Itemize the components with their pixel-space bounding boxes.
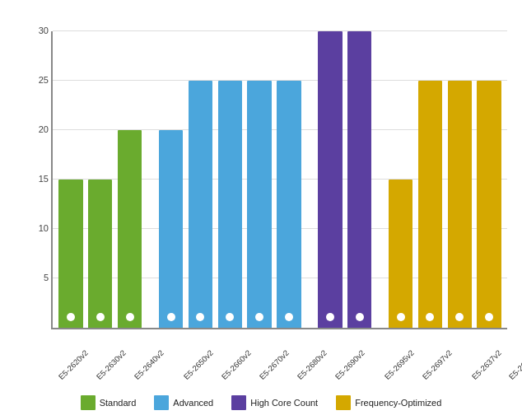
grid-label: 15: [39, 174, 53, 184]
legend-label: Standard: [100, 398, 137, 408]
bar-dot: [455, 313, 464, 321]
x-label: E5-2620v2: [57, 348, 90, 381]
legend-label: Frequency-Optimized: [355, 398, 441, 408]
chart-container: 51015202530 E5-2620v2E5-2630v2E5-2640v2E…: [0, 0, 522, 420]
bar-dot: [285, 313, 293, 321]
x-label: E5-2690v2: [333, 348, 366, 381]
x-label: E5-2630v2: [95, 348, 128, 381]
bar-standard: [58, 180, 82, 328]
legend: StandardAdvancedHigh Core CountFrequency…: [0, 395, 522, 410]
legend-item: Advanced: [154, 395, 213, 410]
x-label-gap: [165, 358, 176, 371]
bar-freqOpt: [448, 81, 472, 328]
bar-group: [156, 31, 186, 328]
chart-title: [0, 0, 522, 10]
bar-dot: [226, 313, 234, 321]
bar-group: [86, 31, 115, 328]
bar-freqOpt: [389, 180, 412, 328]
legend-label: Advanced: [173, 398, 213, 408]
x-label: E5-2650v2: [182, 348, 215, 381]
x-label: E5-2670v2: [257, 348, 290, 381]
bar-dot: [255, 313, 263, 321]
bar-dot: [326, 313, 334, 321]
bar-dot: [126, 313, 134, 321]
x-label: E5-2695v2: [382, 348, 415, 381]
grid-label: 10: [39, 223, 53, 233]
legend-item: Standard: [81, 395, 137, 410]
bar-freqOpt: [477, 81, 501, 328]
bars-wrapper: [53, 31, 507, 328]
bar-group: [115, 31, 145, 328]
bar-highCore: [347, 31, 371, 328]
bar-advanced: [218, 81, 242, 328]
x-label: E5-2697v2: [420, 348, 453, 381]
x-label-gap: [453, 358, 464, 371]
bar-dot: [67, 313, 75, 321]
x-label: E5-2640v2: [133, 348, 165, 381]
grid-label: 5: [44, 273, 53, 282]
bar-group: [56, 31, 86, 328]
bar-dot: [196, 313, 204, 321]
x-label: E5-2680v2: [295, 348, 328, 381]
chart-inner: 51015202530: [53, 31, 507, 328]
bar-group: [274, 31, 304, 328]
bar-dot: [397, 313, 405, 321]
legend-item: High Core Count: [231, 395, 318, 410]
bar-group: [386, 31, 416, 328]
bar-dot: [356, 313, 364, 321]
bar-group: [315, 31, 345, 328]
legend-color-box: [154, 395, 169, 410]
bar-group: [215, 31, 245, 328]
x-label: E5-2667v2: [507, 348, 522, 381]
bar-dot: [96, 313, 105, 321]
bar-standard: [118, 130, 142, 328]
bar-advanced: [189, 81, 212, 328]
grid-label: 20: [39, 124, 53, 134]
bar-group: [415, 31, 445, 328]
bar-standard: [88, 180, 112, 328]
bar-group: [345, 31, 375, 328]
bar-advanced: [277, 81, 301, 328]
grid-label: 25: [39, 75, 53, 85]
legend-color-box: [336, 395, 351, 410]
bar-freqOpt: [418, 81, 442, 328]
x-labels: E5-2620v2E5-2630v2E5-2640v2E5-2650v2E5-2…: [51, 358, 507, 371]
bar-dot: [485, 313, 493, 321]
bar-group: [445, 31, 474, 328]
bar-group: [474, 31, 504, 328]
bar-dot: [167, 313, 175, 321]
grid-label: 30: [39, 26, 53, 35]
x-label: E5-2660v2: [220, 348, 253, 381]
x-label-gap: [366, 358, 377, 371]
legend-item: Frequency-Optimized: [336, 395, 441, 410]
bar-advanced: [247, 81, 271, 328]
bar-dot: [426, 313, 434, 321]
bar-highCore: [318, 31, 342, 328]
x-label: E5-2637v2: [469, 348, 502, 381]
legend-label: High Core Count: [250, 398, 318, 408]
bar-advanced: [159, 130, 183, 328]
bar-group: [245, 31, 274, 328]
bar-group: [185, 31, 215, 328]
chart-area: 51015202530: [51, 31, 507, 329]
legend-color-box: [81, 395, 96, 410]
legend-color-box: [231, 395, 246, 410]
